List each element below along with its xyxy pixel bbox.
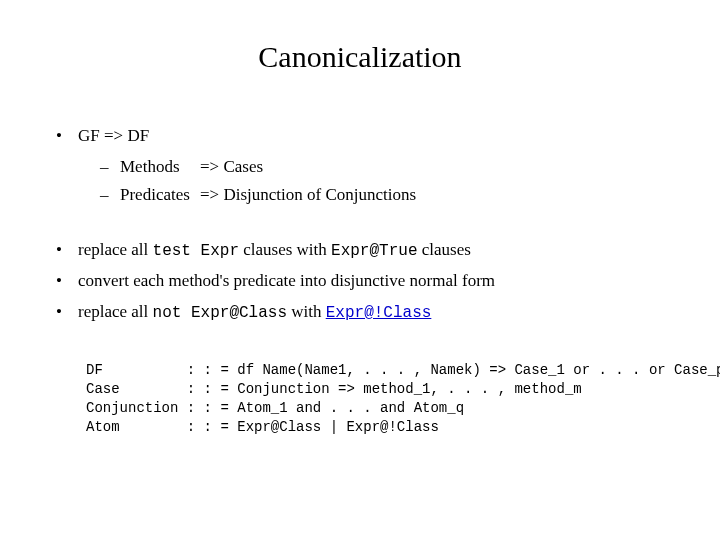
code-test-expr: test Expr: [153, 242, 239, 260]
code-expr-true: Expr@True: [331, 242, 417, 260]
text-pre2: replace all: [78, 302, 153, 321]
bullet-convert: convert each method's predicate into dis…: [50, 269, 670, 294]
text-post: clauses: [417, 240, 470, 259]
text-pre: replace all: [78, 240, 153, 259]
grammar-block: DF : : = df Name(Name1, . . . , Namek) =…: [86, 361, 670, 437]
text-mid2: with: [287, 302, 326, 321]
bullet-replace-not: replace all not Expr@Class with Expr@!Cl…: [50, 300, 670, 325]
bullet-convert-text: convert each method's predicate into dis…: [78, 271, 495, 290]
sub-preds-rhs: => Disjunction of Conjunctions: [200, 185, 416, 204]
sub-methods-rhs: => Cases: [200, 157, 263, 176]
bullet-gf-df-text: GF => DF: [78, 126, 149, 145]
sub-methods-lhs: Methods: [120, 155, 200, 180]
bullet-list: GF => DF Methods=> Cases Predicates=> Di…: [50, 124, 670, 325]
slide: Canonicalization GF => DF Methods=> Case…: [0, 0, 720, 540]
sub-preds-lhs: Predicates: [120, 183, 200, 208]
bullet-replace-test: replace all test Expr clauses with Expr@…: [50, 238, 670, 263]
link-expr-not-class[interactable]: Expr@!Class: [326, 304, 432, 322]
slide-title: Canonicalization: [50, 40, 670, 74]
bullet-gf-df: GF => DF Methods=> Cases Predicates=> Di…: [50, 124, 670, 208]
sub-bullet-predicates: Predicates=> Disjunction of Conjunctions: [100, 183, 670, 208]
sub-bullet-methods: Methods=> Cases: [100, 155, 670, 180]
code-not-expr-class: not Expr@Class: [153, 304, 287, 322]
slide-body: GF => DF Methods=> Cases Predicates=> Di…: [50, 124, 670, 437]
text-mid: clauses with: [239, 240, 331, 259]
sub-bullet-list: Methods=> Cases Predicates=> Disjunction…: [78, 155, 670, 208]
